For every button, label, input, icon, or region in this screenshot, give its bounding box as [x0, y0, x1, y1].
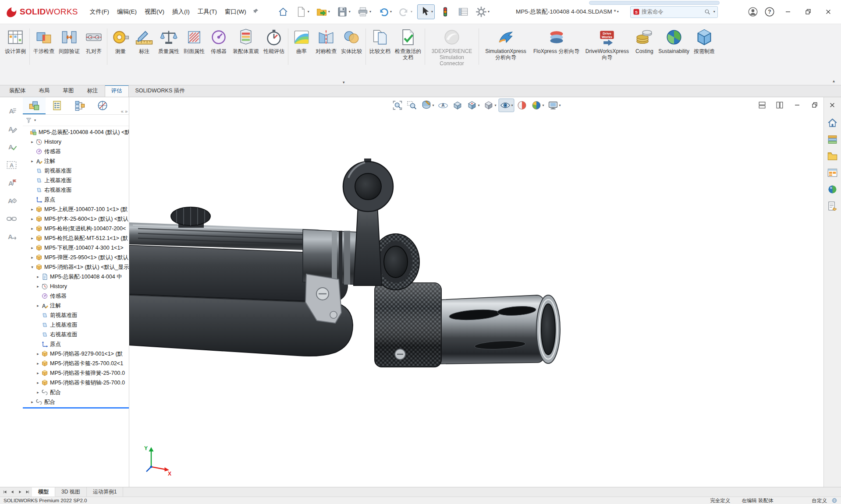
panel-tab-dimxpertmanager[interactable]: [91, 97, 114, 114]
ribbon-overflow-caret-icon[interactable]: ▾: [343, 80, 345, 85]
view-settings-caret-icon[interactable]: ▾: [559, 103, 561, 107]
zoom-to-fit-button[interactable]: [390, 99, 404, 112]
tree-item[interactable]: 传感器: [23, 147, 129, 156]
tree-expand-arrow-icon[interactable]: ▸: [35, 381, 41, 385]
tree-item[interactable]: 前视基准面: [23, 166, 129, 176]
ribbon-tool-symmetry-check[interactable]: 对称检查: [313, 26, 339, 67]
tree-filter-input[interactable]: [37, 116, 126, 124]
tree-item[interactable]: ▸MP5-消焰器卡箍销轴-25-700.0: [23, 378, 129, 388]
app-close-button[interactable]: [818, 4, 838, 20]
panel-tab-featuremanager[interactable]: [23, 97, 46, 114]
zoom-to-area-button[interactable]: [405, 99, 419, 112]
annotation-link-button[interactable]: [4, 212, 18, 225]
tree-expand-arrow-icon[interactable]: ▸: [35, 371, 41, 375]
open-caret-icon[interactable]: ▾: [328, 10, 330, 14]
ribbon-collapse-icon[interactable]: ▴: [833, 78, 835, 83]
task-pane-custom-properties-button[interactable]: [826, 200, 839, 212]
ribbon-tool-clearance[interactable]: 间隙验证: [57, 26, 82, 67]
menu-item-tools[interactable]: 工具(T): [194, 5, 221, 18]
custom-status[interactable]: 自定义: [812, 497, 827, 504]
undo-button[interactable]: ▾: [376, 4, 394, 19]
task-pane-design-library-button[interactable]: [826, 133, 839, 145]
tree-expand-arrow-icon[interactable]: ▸: [29, 207, 35, 211]
tree-item[interactable]: MP5-总装配-100408 4-004 (默认) <默: [23, 127, 129, 137]
tree-expand-arrow-icon[interactable]: ▸: [35, 303, 41, 308]
tree-item[interactable]: ▾MP5-消焰器<1> (默认) <默认_显示: [23, 262, 129, 272]
doc-tile-vertical-button[interactable]: [774, 100, 785, 110]
tree-item[interactable]: ▸History: [23, 282, 129, 291]
options-button[interactable]: ▾: [474, 4, 491, 19]
mp5-assembly-model[interactable]: [129, 97, 823, 487]
bottom-tab-1[interactable]: 3D 视图: [55, 487, 87, 497]
tree-item[interactable]: 前视基准面: [23, 310, 129, 320]
tree-item[interactable]: ▸MP5-消焰器-9279-001<1> (默: [23, 349, 129, 359]
bottom-tab-0[interactable]: 模型: [32, 487, 55, 497]
ribbon-tool-section-properties[interactable]: 剖面属性: [181, 26, 207, 67]
task-pane-appearances-button[interactable]: [826, 183, 839, 195]
document-title-caret-icon[interactable]: ▾: [617, 10, 619, 14]
menu-item-view[interactable]: 视图(V): [141, 5, 168, 18]
tree-expand-arrow-icon[interactable]: ▸: [29, 236, 35, 240]
doc-tile-horizontal-button[interactable]: [757, 100, 767, 110]
menu-item-edit[interactable]: 编辑(E): [113, 5, 141, 18]
view-orientation-button[interactable]: ▾: [465, 99, 481, 112]
tree-expand-arrow-icon[interactable]: ▸: [29, 140, 35, 144]
ribbon-tool-performance-evaluation[interactable]: 性能评估: [261, 26, 287, 67]
filter-caret-icon[interactable]: ▾: [34, 119, 36, 122]
ribbon-tool-assembly-visualization[interactable]: 装配体直观: [231, 26, 261, 67]
select-button[interactable]: ▾: [417, 4, 435, 19]
panel-tab-configurationmanager[interactable]: [68, 97, 91, 114]
annotation-flag-button[interactable]: A: [4, 176, 18, 189]
tree-item[interactable]: ▸A注解: [23, 301, 129, 310]
command-tab-3[interactable]: 标注: [81, 85, 105, 97]
tree-item[interactable]: ▸配合: [23, 397, 129, 407]
command-tab-0[interactable]: 装配体: [3, 85, 32, 97]
redo-button[interactable]: ▾: [397, 4, 414, 19]
display-style-caret-icon[interactable]: ▾: [494, 103, 496, 107]
ribbon-tool-sensors[interactable]: 传感器: [207, 26, 231, 67]
ribbon-tool-hole-align[interactable]: 孔对齐: [82, 26, 106, 67]
ribbon-tool-driveworksxpress[interactable]: DriveWorksDriveWorksXpress 向导: [582, 26, 632, 67]
tree-item[interactable]: ▸MP5-上机匣-100407-100 1<1> (默: [23, 204, 129, 214]
ribbon-tool-interference[interactable]: 干涉检查: [31, 26, 57, 67]
ribbon-tool-simulationxpress[interactable]: SimulationXpress 分析向导: [480, 26, 531, 67]
edit-appearance-button[interactable]: [515, 99, 529, 112]
tree-item[interactable]: ▸MP5-总装配-100408 4-004 中: [23, 272, 129, 282]
save-caret-icon[interactable]: ▾: [349, 10, 351, 14]
app-minimize-button[interactable]: [778, 4, 798, 20]
annotation-frame-button[interactable]: A: [4, 158, 18, 171]
panel-scroll-right-icon[interactable]: »: [125, 109, 128, 114]
doc-close-button[interactable]: [827, 100, 837, 110]
tree-item[interactable]: ▸配合: [23, 388, 129, 397]
tree-expand-arrow-icon[interactable]: ▸: [29, 217, 35, 221]
tree-expand-arrow-icon[interactable]: ▸: [35, 284, 41, 289]
save-button[interactable]: ▾: [335, 4, 352, 19]
new-document-caret-icon[interactable]: ▾: [308, 10, 309, 14]
dynamic-annotation-views-button[interactable]: A: [436, 99, 450, 112]
display-style-button[interactable]: ▾: [482, 99, 497, 112]
bottom-tab-2[interactable]: 运动算例1: [87, 487, 124, 497]
tree-expand-arrow-icon[interactable]: ▸: [35, 275, 41, 279]
doc-minimize-button[interactable]: [792, 100, 802, 110]
document-title-group[interactable]: MP5-总装配-100408 4-004.SLDASM * ▾: [516, 8, 619, 16]
task-pane-file-explorer-button[interactable]: [826, 150, 839, 162]
tree-expand-arrow-icon[interactable]: ▸: [29, 255, 35, 260]
command-tab-1[interactable]: 布局: [32, 85, 57, 97]
command-tab-2[interactable]: 草图: [57, 85, 81, 97]
tree-item[interactable]: 右视基准面: [23, 330, 129, 339]
ribbon-tool-manufacture-on-demand[interactable]: 按需制造: [692, 26, 717, 67]
ribbon-tool-floxpress[interactable]: FloXpress 分析向导: [531, 26, 582, 67]
command-tab-4[interactable]: 评估: [105, 85, 129, 97]
nav-last-button[interactable]: [24, 489, 31, 496]
ribbon-tool-costing[interactable]: Costing: [632, 26, 656, 67]
tree-item[interactable]: ▸MP5-消焰器卡箍弹簧-25-700.0: [23, 368, 129, 378]
nav-prev-button[interactable]: [9, 489, 16, 496]
menu-item-insert[interactable]: 插入(I): [168, 5, 194, 18]
task-pane-home-pane-button[interactable]: [826, 116, 839, 129]
tree-item[interactable]: ▸MP5-消焰器卡箍-25-700.02<1: [23, 359, 129, 368]
ribbon-tool-measure[interactable]: 测量: [109, 26, 132, 67]
search-input[interactable]: [642, 9, 702, 15]
tree-item[interactable]: 上视基准面: [23, 176, 129, 185]
options-caret-icon[interactable]: ▾: [488, 10, 490, 14]
tree-item[interactable]: 右视基准面: [23, 185, 129, 195]
